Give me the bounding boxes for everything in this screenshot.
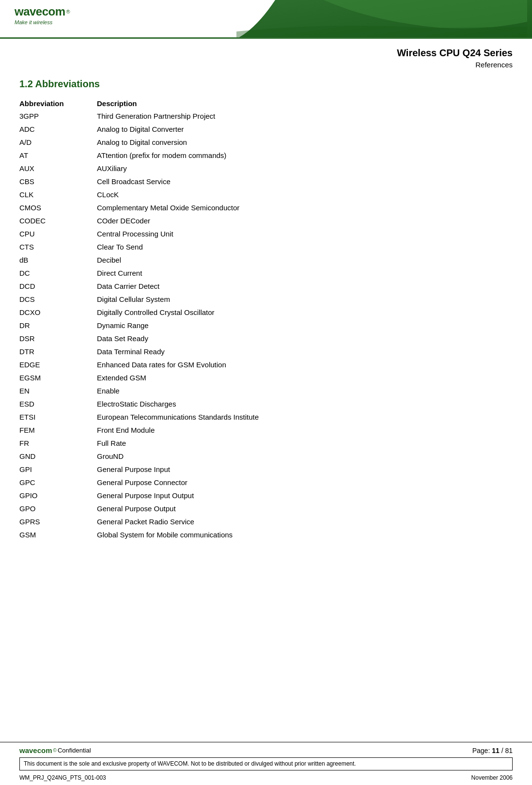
table-row: GPCGeneral Purpose Connector [19, 476, 513, 489]
table-row: DCXODigitally Controlled Crystal Oscilla… [19, 306, 513, 319]
abbr-cell: FEM [19, 424, 97, 437]
abbr-cell: DCD [19, 280, 97, 293]
abbr-cell: EN [19, 384, 97, 397]
table-row: AUXAUXiliary [19, 162, 513, 175]
footer-top: wavecom©Confidential Page: 11 / 81 [19, 746, 513, 754]
table-row: dBDecibel [19, 253, 513, 267]
desc-cell: Analog to Digital Converter [97, 123, 513, 136]
abbr-cell: AT [19, 149, 97, 162]
desc-cell: COder DECoder [97, 214, 513, 227]
table-row: EDGEEnhanced Data rates for GSM Evolutio… [19, 358, 513, 371]
desc-cell: Analog to Digital conversion [97, 136, 513, 149]
desc-cell: Enable [97, 384, 513, 397]
abbr-cell: DR [19, 319, 97, 332]
desc-cell: Direct Current [97, 267, 513, 280]
abbr-cell: 3GPP [19, 110, 97, 123]
table-row: DSRData Set Ready [19, 332, 513, 345]
abbr-cell: GPC [19, 476, 97, 489]
desc-cell: Data Terminal Ready [97, 345, 513, 358]
abbr-cell: A/D [19, 136, 97, 149]
desc-cell: ElectroStatic Discharges [97, 397, 513, 410]
table-row: ETSIEuropean Telecommunications Standard… [19, 410, 513, 424]
abbr-cell: GPO [19, 502, 97, 515]
table-row: CODECCOder DECoder [19, 214, 513, 227]
abbr-cell: CODEC [19, 214, 97, 227]
footer-disclaimer: This document is the sole and exclusive … [19, 757, 513, 770]
table-row: FRFull Rate [19, 437, 513, 450]
table-row: ENEnable [19, 384, 513, 397]
desc-cell: Extended GSM [97, 371, 513, 384]
abbr-cell: FR [19, 437, 97, 450]
table-row: CTSClear To Send [19, 240, 513, 253]
desc-cell: Central Processing Unit [97, 227, 513, 240]
footer-logo-text: wavecom [19, 746, 52, 754]
page-footer: wavecom©Confidential Page: 11 / 81 This … [0, 742, 532, 785]
desc-cell: General Purpose Output [97, 502, 513, 515]
logo-text: wavecom [15, 5, 65, 18]
table-row: DCSDigital Cellular System [19, 293, 513, 306]
desc-cell: AUXiliary [97, 162, 513, 175]
abbr-cell: CPU [19, 227, 97, 240]
table-row: DRDynamic Range [19, 319, 513, 332]
table-row: GNDGrouND [19, 450, 513, 463]
abbr-cell: DTR [19, 345, 97, 358]
table-row: CPUCentral Processing Unit [19, 227, 513, 240]
footer-page-info: Page: 11 / 81 [472, 747, 513, 754]
logo-tagline: Make it wireless [15, 19, 70, 25]
footer-logo-area: wavecom©Confidential [19, 746, 91, 754]
table-row: CBSCell Broadcast Service [19, 175, 513, 188]
page-header: wavecom® Make it wireless [0, 0, 532, 39]
table-row: ADCAnalog to Digital Converter [19, 123, 513, 136]
table-row: CMOSComplementary Metal Oxide Semiconduc… [19, 201, 513, 214]
abbr-cell: CTS [19, 240, 97, 253]
table-row: ESDElectroStatic Discharges [19, 397, 513, 410]
desc-cell: Third Generation Partnership Project [97, 110, 513, 123]
footer-page-current: 11 [492, 747, 500, 754]
footer-date: November 2006 [471, 774, 513, 781]
abbr-cell: CMOS [19, 201, 97, 214]
table-row: 3GPPThird Generation Partnership Project [19, 110, 513, 123]
table-row: DCDData Carrier Detect [19, 280, 513, 293]
footer-logo-circle-c: © [53, 748, 57, 753]
desc-cell: General Purpose Connector [97, 476, 513, 489]
desc-cell: Dynamic Range [97, 319, 513, 332]
abbreviations-table: Abbreviation Description 3GPPThird Gener… [19, 97, 513, 541]
logo-brand: wavecom® [15, 5, 70, 18]
abbr-cell: dB [19, 253, 97, 267]
doc-subtitle: References [19, 61, 513, 69]
abbr-cell: ETSI [19, 410, 97, 424]
desc-cell: General Purpose Input Output [97, 489, 513, 502]
table-row: FEMFront End Module [19, 424, 513, 437]
desc-cell: Global System for Mobile communications [97, 528, 513, 541]
abbr-cell: CLK [19, 188, 97, 201]
desc-cell: Data Carrier Detect [97, 280, 513, 293]
abbr-cell: DCXO [19, 306, 97, 319]
table-row: GPRSGeneral Packet Radio Service [19, 515, 513, 528]
title-area: Wireless CPU Q24 Series References [0, 39, 532, 69]
abbr-cell: GPRS [19, 515, 97, 528]
abbr-cell: ESD [19, 397, 97, 410]
table-row: A/DAnalog to Digital conversion [19, 136, 513, 149]
table-row: GPOGeneral Purpose Output [19, 502, 513, 515]
desc-cell: GrouND [97, 450, 513, 463]
table-row: CLKCLocK [19, 188, 513, 201]
desc-cell: Digital Cellular System [97, 293, 513, 306]
table-row: DTRData Terminal Ready [19, 345, 513, 358]
abbr-cell: AUX [19, 162, 97, 175]
desc-cell: Enhanced Data rates for GSM Evolution [97, 358, 513, 371]
footer-page-separator: / [500, 747, 505, 754]
abbr-cell: CBS [19, 175, 97, 188]
col-header-description: Description [97, 97, 513, 110]
footer-doc-id: WM_PRJ_Q24NG_PTS_001-003 [19, 774, 106, 781]
table-row: GPIGeneral Purpose Input [19, 463, 513, 476]
abbr-cell: GSM [19, 528, 97, 541]
abbr-cell: DC [19, 267, 97, 280]
desc-cell: Decibel [97, 253, 513, 267]
desc-cell: CLocK [97, 188, 513, 201]
table-row: ATATtention (prefix for modem commands) [19, 149, 513, 162]
abbr-cell: GND [19, 450, 97, 463]
desc-cell: European Telecommunications Standards In… [97, 410, 513, 424]
abbr-cell: DCS [19, 293, 97, 306]
section-heading: 1.2 Abbreviations [19, 78, 513, 90]
desc-cell: Data Set Ready [97, 332, 513, 345]
